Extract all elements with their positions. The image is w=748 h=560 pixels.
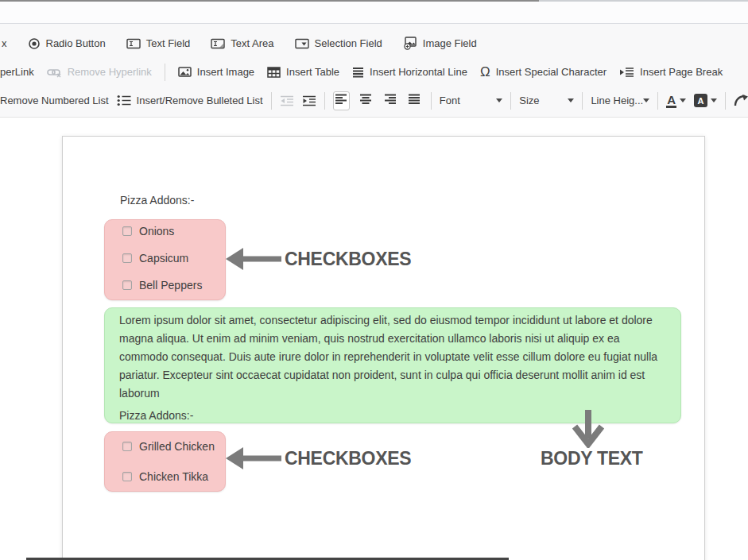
line-height-dropdown-label: Line Heig...: [591, 95, 643, 106]
checkbox-label: Grilled Chicken: [139, 440, 215, 453]
insert-image-button[interactable]: Insert Image: [178, 66, 254, 78]
background-color-button[interactable]: A: [694, 94, 717, 107]
checkbox-label: Capsicum: [139, 252, 188, 265]
insert-special-character-button[interactable]: Ω Insert Special Character: [480, 65, 607, 79]
insert-image-label: Insert Image: [197, 66, 254, 78]
numbered-list-button-clipped[interactable]: Remove Numbered List: [0, 95, 109, 106]
justify-button[interactable]: [406, 91, 423, 110]
image-field-button[interactable]: Image Field: [403, 37, 477, 50]
chevron-down-icon: [643, 98, 649, 102]
background-color-icon: A: [694, 94, 707, 107]
justify-icon: [408, 94, 421, 107]
checkbox-option-bell-peppers: Bell Peppers: [105, 279, 225, 292]
annotation-arrow-left-2: [224, 442, 285, 474]
text-color-icon: A: [666, 94, 676, 108]
size-dropdown[interactable]: Size: [519, 95, 574, 106]
annotation-checkboxes-2: CHECKBOXES: [285, 447, 411, 469]
align-right-button[interactable]: [382, 91, 398, 110]
image-field-label: Image Field: [423, 37, 477, 49]
text-field-label: Text Field: [146, 37, 191, 49]
toolbar-separator: [431, 92, 432, 110]
checkbox[interactable]: [122, 226, 132, 236]
insert-image-icon: [178, 67, 192, 77]
checkbox[interactable]: [122, 472, 132, 481]
toolbar-separator: [271, 92, 272, 110]
checkbox-option-chicken-tikka: Chicken Tikka: [105, 470, 225, 483]
selection-field-button[interactable]: Selection Field: [295, 37, 382, 49]
top-border-light: [539, 0, 748, 2]
chevron-down-icon: [496, 98, 502, 102]
insert-special-character-label: Insert Special Character: [496, 66, 607, 78]
editor-canvas[interactable]: Pizza Addons:- Onions Capsicum Bell Pepp…: [62, 136, 705, 560]
chevron-down-icon: [711, 98, 717, 102]
annotation-checkboxes-1: CHECKBOXES: [285, 248, 411, 270]
text-field-button[interactable]: Text Field: [126, 37, 191, 49]
align-right-icon: [384, 94, 397, 107]
align-center-icon: [359, 94, 372, 107]
maximize-button-clipped[interactable]: [734, 95, 748, 107]
toolbar-separator: [165, 64, 165, 81]
align-left-icon: [335, 94, 347, 107]
align-center-button[interactable]: [358, 91, 374, 110]
toolbar-separator: [510, 92, 511, 110]
bulleted-list-label: Insert/Remove Bulleted List: [137, 95, 263, 106]
increase-indent-icon: [302, 95, 316, 106]
bulleted-list-button[interactable]: Insert/Remove Bulleted List: [117, 95, 263, 106]
remove-hyperlink-button[interactable]: Remove Hyperlink: [47, 66, 152, 78]
decrease-indent-button[interactable]: [280, 95, 294, 106]
font-dropdown[interactable]: Font: [440, 95, 503, 106]
checkbox-label: Chicken Tikka: [139, 470, 208, 483]
insert-table-label: Insert Table: [286, 66, 339, 78]
horizontal-line-icon: [352, 67, 364, 78]
remove-hyperlink-icon: [47, 67, 62, 78]
checkbox-button-clipped[interactable]: x: [2, 37, 7, 49]
checkbox-label: Bell Peppers: [139, 279, 202, 292]
checkbox[interactable]: [122, 280, 132, 290]
chevron-down-icon: [680, 98, 686, 102]
annotation-body-text: BODY TEXT: [541, 447, 643, 469]
editor-heading[interactable]: Pizza Addons:-: [120, 194, 194, 207]
body-text-highlight[interactable]: Lorem ipsum dolor sit amet, consectetur …: [104, 307, 681, 423]
checkbox-group-2: Grilled Chicken Chicken Tikka: [104, 431, 226, 492]
checkbox-option-onions: Onions: [105, 225, 225, 238]
editor-toolbar: x Radio Button Text Field Text Area Sele…: [0, 23, 748, 118]
radio-button-button[interactable]: Radio Button: [28, 37, 106, 50]
bulleted-list-icon: [117, 95, 131, 106]
text-area-button[interactable]: Text Area: [211, 37, 273, 49]
annotation-arrow-left-1: [224, 243, 285, 275]
hyperlink-button-clipped[interactable]: perLink: [0, 66, 34, 78]
checkbox-label: Onions: [139, 225, 174, 238]
radio-button-icon: [28, 37, 41, 50]
body-paragraph[interactable]: Lorem ipsum dolor sit amet, consectetur …: [119, 311, 666, 403]
maximize-icon: [734, 95, 748, 107]
insert-horizontal-line-label: Insert Horizontal Line: [370, 66, 467, 78]
toolbar-separator: [324, 92, 325, 110]
decrease-indent-icon: [280, 95, 294, 106]
text-color-button[interactable]: A: [666, 94, 686, 108]
selection-field-label: Selection Field: [315, 37, 382, 49]
insert-page-break-button[interactable]: Insert Page Break: [619, 66, 723, 78]
checkbox-group-1: Onions Capsicum Bell Peppers: [104, 219, 226, 300]
toolbar-separator: [725, 92, 726, 110]
text-area-label: Text Area: [231, 37, 273, 49]
increase-indent-button[interactable]: [302, 95, 316, 106]
checkbox-option-grilled-chicken: Grilled Chicken: [105, 440, 225, 453]
page-break-icon: [619, 67, 634, 78]
insert-horizontal-line-button[interactable]: Insert Horizontal Line: [352, 66, 467, 78]
top-strip: [0, 0, 748, 23]
checkbox[interactable]: [122, 253, 132, 263]
insert-page-break-label: Insert Page Break: [640, 66, 723, 78]
chevron-down-icon: [568, 98, 574, 102]
insert-table-icon: [267, 67, 281, 78]
text-field-icon: [126, 38, 141, 49]
toolbar-row-format: Remove Numbered List Insert/Remove Bulle…: [0, 87, 748, 114]
toolbar-separator: [582, 92, 583, 110]
align-left-button[interactable]: [333, 91, 350, 110]
line-height-dropdown[interactable]: Line Heig...: [591, 95, 649, 106]
insert-table-button[interactable]: Insert Table: [267, 66, 339, 78]
checkbox[interactable]: [122, 442, 132, 451]
omega-icon: Ω: [480, 65, 490, 79]
selection-field-icon: [295, 38, 309, 49]
annotation-arrow-down: [569, 408, 607, 448]
text-area-icon: [211, 38, 225, 49]
